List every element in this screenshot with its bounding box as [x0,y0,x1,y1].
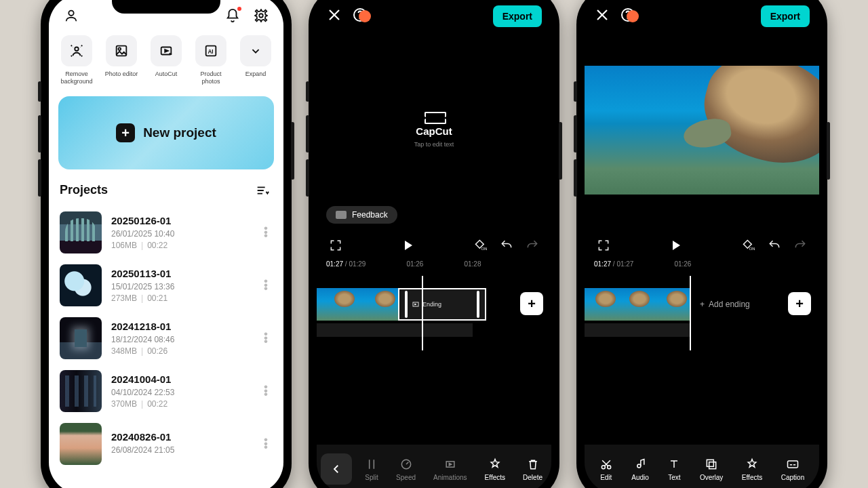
profile-icon[interactable] [61,5,81,26]
close-icon[interactable] [326,7,342,26]
project-item[interactable]: 20240826-01 26/08/2024 21:05 • • • [60,418,273,470]
timeline-clip[interactable] [652,288,690,321]
time-ruler: 01:27 / 01:27 01:26 [585,259,819,269]
svg-rect-3 [117,46,127,56]
preview-area[interactable] [585,28,819,232]
project-date: 18/12/2024 08:46 [111,335,250,344]
more-icon[interactable]: • • • [259,226,273,237]
project-title: 20250126-01 [111,215,250,226]
project-title: 20241004-01 [111,373,250,385]
clip-label: Ending [422,301,441,308]
playback-controls: ON [585,232,819,259]
svg-text:AI: AI [208,49,213,55]
tool-delete[interactable]: Delete [523,458,542,481]
svg-point-2 [75,47,79,52]
trim-handle-right[interactable] [477,291,479,318]
project-item[interactable]: 20241218-01 18/12/2024 08:46 348MB|00:26… [60,312,273,365]
capcut-logo-icon [425,113,443,123]
undo-icon[interactable] [768,239,781,252]
feedback-button[interactable]: Feedback [326,206,397,224]
more-icon[interactable]: • • • [259,332,273,343]
add-ending-button[interactable]: + Add ending [693,288,750,321]
settings-icon[interactable] [251,5,271,26]
timeline[interactable]: Ending + [317,269,551,350]
close-icon[interactable] [594,7,610,26]
timeline-clip[interactable] [317,288,357,321]
timeline-clip[interactable] [585,288,618,321]
tool-overlay[interactable]: Overlay [700,458,723,481]
tool-autocut[interactable]: AutoCut [146,35,186,85]
record-indicator-icon [627,10,639,22]
notification-badge [237,7,241,11]
add-clip-button[interactable]: + [788,292,811,315]
add-clip-button[interactable]: + [520,292,543,315]
bottom-toolbar: Edit Audio Text Overlay Effects Caption [585,445,819,488]
undo-icon[interactable] [500,239,513,252]
tool-audio[interactable]: Audio [631,458,649,481]
project-thumbnail [60,370,102,412]
fullscreen-icon[interactable] [597,239,610,252]
tool-text[interactable]: Text [667,458,681,481]
svg-point-1 [259,14,263,18]
redo-icon[interactable] [526,239,539,252]
more-icon[interactable]: • • • [259,385,273,396]
project-date: 26/08/2024 21:05 [111,445,250,455]
project-thumbnail [60,211,102,253]
tool-speed[interactable]: Speed [396,458,416,481]
tool-animations[interactable]: Animations [433,458,467,481]
more-icon[interactable]: • • • [259,438,273,449]
time-tick: 01:26 [406,260,423,268]
export-button[interactable]: Export [493,5,542,27]
project-thumbnail [60,317,102,359]
time-tick: 01:28 [464,260,481,268]
plus-icon: + [700,300,705,309]
notifications-icon[interactable] [222,5,243,26]
playhead[interactable] [690,276,691,350]
tool-photo-editor[interactable]: Photo editor [102,35,141,85]
project-item[interactable]: 20250126-01 26/01/2025 10:40 106MB|00:22… [60,206,273,259]
project-item[interactable]: 20250113-01 15/01/2025 13:36 273MB|00:21… [60,259,273,312]
svg-point-4 [118,47,121,50]
project-size: 273MB|00:21 [111,293,250,303]
play-button[interactable] [673,241,680,250]
tool-product-photos[interactable]: AI Product photos [191,35,231,85]
keyframe-icon[interactable]: ON [474,239,488,252]
back-button[interactable] [321,453,352,485]
svg-point-0 [68,11,73,16]
tool-label: Product photos [191,70,231,85]
add-ending-label: Add ending [709,300,750,309]
project-size: 348MB|00:26 [111,346,250,356]
project-item[interactable]: 20241004-01 04/10/2024 22:53 370MB|00:22… [60,365,273,418]
export-button[interactable]: Export [761,5,810,27]
trim-handle-left[interactable] [405,291,408,318]
preview-video-frame [585,66,819,195]
tap-hint[interactable]: Tap to edit text [414,141,454,148]
sort-icon[interactable] [252,180,273,201]
new-project-label: New project [143,125,216,140]
more-icon[interactable]: • • • [259,279,273,290]
timeline-clip[interactable] [357,288,398,321]
timeline-clip[interactable] [618,288,652,321]
playhead[interactable] [422,276,423,350]
timeline-audio-track[interactable] [317,323,473,337]
tool-caption[interactable]: Caption [781,458,804,481]
phone-editor-main: Export ON 01:27 / 01:27 01:26 [576,0,827,488]
timeline-clip-selected[interactable]: Ending [398,288,486,321]
timeline[interactable]: + Add ending + [585,269,819,350]
redo-icon[interactable] [793,239,807,252]
keyframe-icon[interactable]: ON [742,239,755,252]
play-button[interactable] [405,241,412,250]
tool-remove-background[interactable]: Remove background [57,35,96,85]
preview-area[interactable]: CapCut Tap to edit text Feedback [317,28,551,232]
new-project-button[interactable]: + New project [58,96,274,169]
tool-split[interactable]: Split [365,458,378,481]
time-position: 01:27 / 01:27 [594,260,633,268]
tool-edit[interactable]: Edit [599,458,613,481]
time-ruler: 01:27 / 01:29 01:26 01:28 [317,259,551,269]
timeline-audio-track[interactable] [585,323,690,337]
tool-effects[interactable]: Effects [742,458,762,481]
tool-effects[interactable]: Effects [485,458,505,481]
tool-expand[interactable]: Expand [236,35,275,85]
fullscreen-icon[interactable] [329,239,342,252]
svg-text:ON: ON [749,247,755,251]
